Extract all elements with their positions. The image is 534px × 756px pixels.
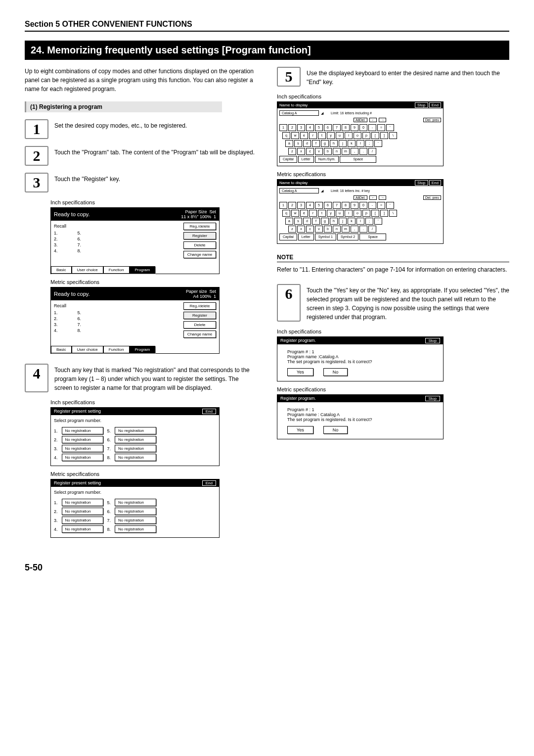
key[interactable]: u [336,210,344,217]
key[interactable]: 3 [297,124,305,131]
key[interactable]: w [291,210,299,217]
key[interactable]: h [330,140,338,147]
key[interactable]: 9 [351,202,358,209]
delprev-button[interactable]: Del. prev [423,195,441,200]
end-button[interactable]: End [429,102,441,108]
tab-user[interactable]: User choice [72,346,103,353]
key[interactable]: t [318,210,326,217]
key[interactable]: f [312,218,320,225]
yes-button[interactable]: Yes [287,368,313,376]
key[interactable]: v [315,148,323,155]
prog-slot[interactable]: No registration [62,436,103,443]
key[interactable]: r [309,210,317,217]
key[interactable]: v [315,226,323,233]
delete-button[interactable]: Delete [183,241,216,249]
prog-slot[interactable]: No registration [62,445,103,452]
symbol1-button[interactable]: Symbol 1 [315,234,336,240]
key[interactable]: w [291,132,299,139]
key[interactable]: - [368,202,376,209]
arrow-left-button[interactable]: ← [369,118,377,122]
key[interactable]: 4 [306,124,314,131]
key[interactable]: d [303,140,311,147]
delprev-button[interactable]: Del. prev [423,118,441,122]
key[interactable]: = [377,202,385,209]
key[interactable]: k [348,140,356,147]
key[interactable]: l [356,140,364,147]
key[interactable]: i [345,210,353,217]
key[interactable]: ' [374,140,382,147]
prog-slot[interactable]: No registration [62,525,103,533]
key[interactable]: . [359,226,367,233]
key[interactable]: d [303,218,311,225]
key[interactable]: g [321,140,329,147]
prog-slot[interactable]: No registration [115,427,156,434]
key[interactable]: ] [380,132,388,139]
stop-button[interactable]: Stop [425,396,440,401]
key[interactable]: 8 [342,124,350,131]
yes-button[interactable]: Yes [287,426,313,434]
tab-user[interactable]: User choice [72,266,103,274]
prog-slot[interactable]: No registration [62,517,103,524]
symbol2-button[interactable]: Symbol 2 [337,234,358,240]
prog-slot[interactable]: No registration [115,454,156,461]
key[interactable]: r [309,132,317,139]
key[interactable]: m [342,148,350,155]
key[interactable]: = [377,124,385,131]
prog-slot[interactable]: No registration [62,427,103,434]
prog-slot[interactable]: No registration [115,436,156,443]
key[interactable]: ] [380,210,388,217]
key[interactable]: y [327,210,335,217]
key[interactable]: ' [386,124,394,131]
letter-button[interactable]: Letter [298,156,314,163]
key[interactable]: 4 [306,202,314,209]
tab-basic[interactable]: Basic [51,346,72,353]
name-input[interactable]: Catalog A [279,110,319,116]
prog-slot[interactable]: No registration [115,445,156,452]
key[interactable]: 0 [359,124,367,131]
end-button[interactable]: End [202,409,216,414]
key[interactable]: 7 [333,124,341,131]
prog-slot[interactable]: No registration [62,508,103,515]
key[interactable]: 0 [359,202,367,209]
key[interactable]: h [330,218,338,225]
key[interactable]: 6 [324,202,332,209]
letter-button[interactable]: Letter [298,234,314,240]
key[interactable]: 5 [315,124,323,131]
key[interactable]: 1 [279,202,287,209]
tab-function[interactable]: Function [103,346,130,353]
key[interactable]: l [356,218,364,225]
arrow-right-button[interactable]: → [379,195,386,200]
key[interactable]: ' [386,202,394,209]
end-button[interactable]: End [202,480,216,486]
key[interactable]: a [285,218,293,225]
key[interactable]: / [368,226,376,233]
end-button[interactable]: End [429,180,441,186]
key[interactable]: s [294,218,302,225]
key[interactable]: [ [371,210,379,217]
key[interactable]: 2 [288,202,296,209]
key[interactable]: k [348,218,356,225]
key[interactable]: 9 [351,124,358,131]
key[interactable]: 2 [288,124,296,131]
tab-program[interactable]: Program [130,266,156,274]
key[interactable]: e [300,132,308,139]
key[interactable]: 7 [333,202,341,209]
key[interactable]: q [282,132,290,139]
prog-slot[interactable]: No registration [115,499,156,506]
tab-function[interactable]: Function [103,266,130,274]
key[interactable]: i [345,132,353,139]
no-button[interactable]: No [323,426,348,434]
prog-slot[interactable]: No registration [115,508,156,515]
key[interactable]: z [288,148,296,155]
numsym-button[interactable]: Num./Sym. [315,156,339,163]
change-name-button[interactable]: Change name [183,251,216,258]
key[interactable]: b [324,148,332,155]
key[interactable]: , [351,148,358,155]
key[interactable]: c [306,226,314,233]
key[interactable]: o [354,132,361,139]
capital-button[interactable]: Capital [279,234,297,240]
key[interactable]: a [285,140,293,147]
key[interactable]: q [282,210,290,217]
key[interactable]: , [351,226,358,233]
key[interactable]: - [368,124,376,131]
